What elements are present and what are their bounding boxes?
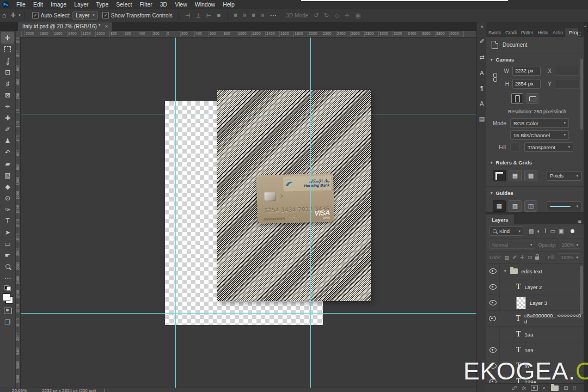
menu-item-view[interactable]: View [171,0,191,9]
filter-adjustment-layers-icon[interactable]: ◐ [537,228,540,234]
shape-tool[interactable]: ▭ [1,238,14,249]
guide-vertical-1[interactable] [175,37,176,388]
fill-swatch[interactable] [510,142,520,152]
hand-tool[interactable]: ☛ [1,249,14,261]
filter-shape-layers-icon[interactable]: ▭ [550,228,555,234]
distribute-center-icon[interactable]: ≡ [242,14,248,17]
libraries-panel-icon[interactable]: ▤ [479,115,485,122]
fill-dropdown[interactable]: Transparent ▾ [524,142,573,152]
blend-mode-dropdown[interactable]: Normal ▾ [489,241,535,249]
toggle-grid-button[interactable]: ▦ [509,170,522,181]
3d-slide-icon[interactable]: ✛ [345,12,350,19]
layer-filter-kind-dropdown[interactable]: Kind ▾ [489,226,523,236]
adjustment-layer-icon[interactable]: ◐ [543,385,546,391]
default-colors-icon[interactable] [4,285,11,291]
align-left-icon[interactable]: ⊣ [185,12,191,19]
dodge-tool[interactable]: ⊙ [1,192,14,204]
show-transform-checkbox[interactable]: ✓ [102,12,109,19]
3d-drag-icon[interactable]: ◇ [335,12,339,19]
transform-panel-icon[interactable]: ⇄ [479,54,484,61]
layers-scrollbar[interactable] [580,266,583,315]
panel-menu-icon[interactable]: ≡ [578,218,581,224]
credit-card-image[interactable]: بنك الإسكان Housing Bank 5254 3434 7012 … [256,173,334,224]
toggle-pixel-grid-button[interactable]: ▩ [524,170,537,181]
3d-rotate-icon[interactable]: ↺ [314,12,318,19]
preset-caret-icon[interactable]: ▾ [19,13,21,17]
menu-item-select[interactable]: Select [112,0,136,9]
ruler-units-dropdown[interactable]: Pixels ▾ [547,171,581,181]
landscape-orientation-button[interactable] [526,93,538,104]
healing-brush-tool[interactable]: ✚ [1,112,14,124]
filter-toggle-icon[interactable] [571,229,574,233]
toggle-rulers-button[interactable] [493,170,506,181]
vertical-ruler[interactable]: 1000800600400200020040060080010001200140… [15,37,21,388]
zoom-tool[interactable] [1,261,14,272]
lasso-tool[interactable]: ʆ [1,55,14,66]
smart-guides-button[interactable]: ▥ [509,200,522,212]
bit-depth-dropdown[interactable]: 16 Bits/Channel ▾ [510,130,569,140]
opacity-field[interactable]: 100% ▾ [560,241,580,249]
path-select-tool[interactable]: ➤ [1,226,14,238]
blur-tool[interactable]: ◆ [1,181,14,192]
layer-visibility-toggle[interactable] [486,295,500,310]
layer-mask-icon[interactable] [531,385,538,391]
lock-paint-icon[interactable]: ✐ [513,254,517,260]
guide-horizontal-1[interactable] [20,114,476,114]
distribute-even-icon[interactable]: ≡ [259,14,266,17]
brush-settings-panel-icon[interactable]: ✐ [479,38,484,45]
tab-gradi[interactable]: Gradi [503,28,519,37]
eyedropper-tool[interactable]: ✒ [1,101,14,112]
horizontal-ruler[interactable]: 2000180016001400120010008006004002000200… [20,31,476,38]
rulers-grids-section-header[interactable]: ▾ Rulers & Grids [486,156,584,168]
lock-all-icon[interactable] [535,256,539,260]
lock-transparency-icon[interactable]: ▨ [505,254,510,260]
menu-item-edit[interactable]: Edit [29,0,47,9]
home-icon[interactable]: ⌂ [2,9,6,21]
collapse-panels-icon[interactable]: » [480,24,483,29]
layer-fill-field[interactable]: 100% ▾ [559,253,580,261]
menu-item-window[interactable]: Window [191,0,219,9]
tab-actio[interactable]: Actio [550,28,565,37]
menu-item-type[interactable]: Type [92,0,112,9]
layer-visibility-toggle[interactable] [486,311,499,326]
group-caret-icon[interactable]: ▾ [504,269,506,273]
y-field[interactable] [555,79,580,89]
align-center-h-icon[interactable]: ⊥ [195,12,201,19]
foreground-color-swatch[interactable] [3,293,10,301]
expand-dock-icon[interactable]: « [584,24,586,29]
3d-scale-icon[interactable]: ▣ [355,12,360,19]
move-tool[interactable]: ✛ [1,32,14,44]
layer-row[interactable]: Layer 3 [486,295,584,311]
lock-position-icon[interactable]: ✛ [520,254,524,260]
eraser-tool[interactable]: ▰ [1,158,14,169]
close-tab-icon[interactable]: × [105,23,108,29]
layer-row[interactable]: Tc8a0000000...<<<<<<<0 d [486,311,584,327]
menu-item-help[interactable]: Help [219,0,238,9]
guides-section-header[interactable]: ▾ Guides [486,187,584,198]
menu-item-file[interactable]: File [13,0,29,9]
more-options-icon[interactable]: ⋯ [270,9,277,21]
distribute-right-icon[interactable]: ≡ [250,14,257,17]
status-options-icon[interactable]: ⟩ [103,388,105,392]
auto-select-dropdown[interactable]: Layer ▾ [72,11,98,20]
align-right-icon[interactable]: ⊢ [206,12,212,19]
brush-tool[interactable]: ✐ [1,124,14,135]
tab-properties[interactable]: Properties [565,28,578,37]
menu-item-3d[interactable]: 3D [156,0,171,9]
guide-style-dropdown[interactable]: ▾ [547,201,581,211]
properties-scrollbar[interactable] [580,59,583,130]
guide-horizontal-2[interactable] [20,313,476,314]
new-layer-icon[interactable]: ⊞ [564,385,568,391]
layer-visibility-toggle[interactable] [486,264,500,279]
canvas-viewport[interactable]: بنك الإسكان Housing Bank 5254 3434 7012 … [20,37,476,388]
lock-artboard-icon[interactable]: ⊡ [528,254,532,260]
auto-select-checkbox[interactable]: ✓ [32,12,39,19]
clear-guides-button[interactable]: ◫ [524,200,537,212]
new-group-icon[interactable] [551,385,559,391]
layer-row[interactable]: T1aa [486,327,584,342]
filter-smart-objects-icon[interactable]: ▣ [559,228,564,234]
history-brush-tool[interactable]: ↶ [1,146,14,158]
document-tab[interactable]: Italy id.psd @ 20.7% (RGB/16) * × [18,22,112,31]
photoshop-logo-icon[interactable]: Ps [2,1,9,8]
tab-swatc[interactable]: Swatc [486,28,503,37]
